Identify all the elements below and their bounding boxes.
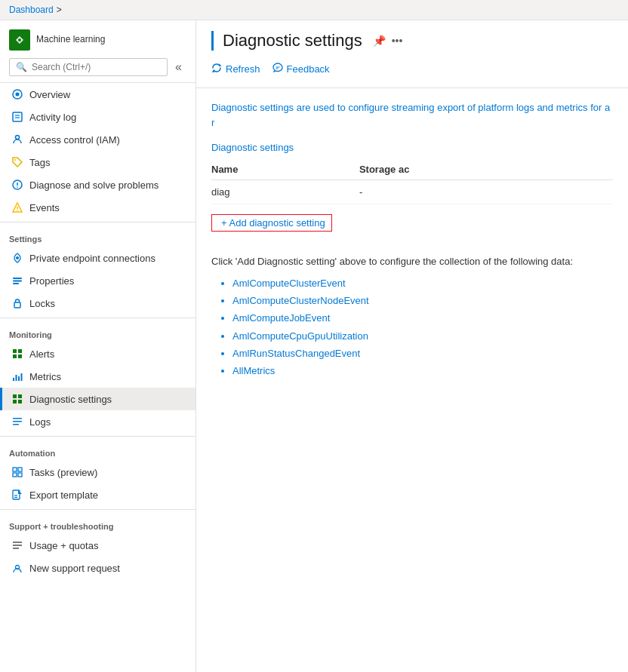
sidebar-item-diagnostic-settings[interactable]: Diagnostic settings xyxy=(0,388,195,410)
title-accent xyxy=(211,31,214,51)
feedback-button[interactable]: Feedback xyxy=(272,63,330,75)
metrics-icon xyxy=(11,370,23,382)
svg-rect-4 xyxy=(13,112,22,121)
search-icon: 🔍 xyxy=(16,62,27,72)
svg-rect-25 xyxy=(16,375,17,381)
breadcrumb-separator: > xyxy=(57,5,62,15)
svg-rect-16 xyxy=(13,278,22,279)
search-input[interactable] xyxy=(32,62,161,72)
add-diagnostic-setting-button[interactable]: + Add diagnostic setting xyxy=(211,214,332,232)
sidebar-item-usage-quotas[interactable]: Usage + quotas xyxy=(0,534,195,557)
svg-rect-26 xyxy=(18,376,20,381)
sidebar-item-tasks[interactable]: Tasks (preview) xyxy=(0,461,195,483)
sidebar-item-new-support[interactable]: New support request xyxy=(0,557,195,579)
row-storage: - xyxy=(359,180,613,204)
section-automation: Automation xyxy=(0,440,195,461)
sidebar-item-activity-log[interactable]: Activity log xyxy=(0,106,195,128)
list-item: AmlComputeJobEvent xyxy=(232,309,613,327)
sidebar-item-export-template[interactable]: Export template xyxy=(0,483,195,506)
tasks-icon xyxy=(11,466,23,478)
diagnostic-table: Name Storage ac diag - xyxy=(211,159,613,204)
sidebar-item-label: Access control (IAM) xyxy=(29,134,120,146)
app-name: Machine learning xyxy=(36,34,105,46)
sidebar-item-alerts[interactable]: Alerts xyxy=(0,342,195,365)
toolbar: Refresh Feedback xyxy=(211,58,613,80)
svg-point-11 xyxy=(17,186,18,188)
page-title: Diagnostic settings xyxy=(223,31,362,51)
list-item: AmlComputeCpuGpuUtilization xyxy=(232,327,613,345)
overview-icon xyxy=(11,88,23,100)
sidebar-item-overview[interactable]: Overview xyxy=(0,83,195,106)
more-options-icon[interactable]: ••• xyxy=(392,35,403,47)
svg-point-15 xyxy=(16,256,19,259)
svg-rect-24 xyxy=(13,378,14,381)
collapse-button[interactable]: « xyxy=(171,59,186,75)
sidebar-item-metrics[interactable]: Metrics xyxy=(0,365,195,388)
private-icon xyxy=(11,252,23,264)
svg-rect-27 xyxy=(21,373,23,381)
list-item: AmlComputeClusterEvent xyxy=(232,275,613,292)
alerts-icon xyxy=(11,348,23,360)
sidebar-item-label: Diagnostic settings xyxy=(29,394,112,405)
svg-rect-30 xyxy=(13,400,17,404)
content-area: Diagnostic settings 📌 ••• Refresh xyxy=(196,20,628,672)
sidebar: Machine learning 🔍 « Overview xyxy=(0,20,196,672)
sidebar-item-events[interactable]: Events xyxy=(0,196,195,219)
sidebar-item-private-endpoint[interactable]: Private endpoint connections xyxy=(0,247,195,269)
pin-icon[interactable]: 📌 xyxy=(373,35,386,47)
hint-text: Click 'Add Diagnostic setting' above to … xyxy=(211,256,613,267)
sidebar-item-diagnose[interactable]: Diagnose and solve problems xyxy=(0,173,195,196)
svg-point-7 xyxy=(16,136,20,140)
svg-rect-20 xyxy=(13,349,17,353)
add-setting-label: + Add diagnostic setting xyxy=(221,217,325,229)
svg-rect-33 xyxy=(13,421,22,422)
row-name: diag xyxy=(211,180,359,204)
breadcrumb-dashboard[interactable]: Dashboard xyxy=(9,5,54,15)
export-icon xyxy=(11,489,23,501)
sidebar-item-label: New support request xyxy=(29,563,120,574)
access-icon xyxy=(11,133,23,146)
svg-rect-32 xyxy=(13,418,22,419)
svg-rect-34 xyxy=(13,424,19,425)
sidebar-logo: Machine learning xyxy=(9,29,186,51)
content-body: Diagnostic settings are used to configur… xyxy=(196,88,628,672)
activity-icon xyxy=(11,111,23,123)
svg-rect-36 xyxy=(18,468,22,471)
logs-icon xyxy=(11,416,23,428)
col-storage: Storage ac xyxy=(359,159,613,180)
properties-icon xyxy=(11,275,23,287)
sidebar-item-label: Properties xyxy=(29,275,74,287)
svg-rect-35 xyxy=(13,468,17,471)
sidebar-item-label: Events xyxy=(29,202,60,213)
events-icon xyxy=(11,201,23,213)
sidebar-item-logs[interactable]: Logs xyxy=(0,410,195,433)
refresh-icon xyxy=(211,63,222,75)
section-support: Support + troubleshooting xyxy=(0,513,195,534)
usage-icon xyxy=(11,539,23,551)
sidebar-item-label: Logs xyxy=(29,416,51,428)
svg-rect-28 xyxy=(13,394,17,398)
sidebar-search-box[interactable]: 🔍 xyxy=(9,58,168,76)
sidebar-nav: Overview Activity log Access control (IA… xyxy=(0,83,195,579)
data-items-list: AmlComputeClusterEvent AmlComputeCluster… xyxy=(211,275,613,380)
app-logo-icon xyxy=(9,29,30,51)
sidebar-item-label: Export template xyxy=(29,489,98,501)
svg-point-8 xyxy=(14,159,16,161)
sidebar-item-access-control[interactable]: Access control (IAM) xyxy=(0,128,195,151)
feedback-label: Feedback xyxy=(287,63,330,75)
refresh-button[interactable]: Refresh xyxy=(211,63,260,75)
refresh-label: Refresh xyxy=(226,63,260,75)
svg-rect-29 xyxy=(18,394,22,398)
sidebar-item-label: Metrics xyxy=(29,371,61,382)
page-title-row: Diagnostic settings 📌 ••• xyxy=(211,31,613,51)
sidebar-item-locks[interactable]: Locks xyxy=(0,292,195,315)
locks-icon xyxy=(11,297,23,309)
sidebar-item-tags[interactable]: Tags xyxy=(0,151,195,173)
diagnose-icon xyxy=(11,179,23,191)
list-item: AllMetrics xyxy=(232,362,613,379)
sidebar-item-properties[interactable]: Properties xyxy=(0,269,195,292)
svg-rect-21 xyxy=(18,349,22,353)
svg-rect-17 xyxy=(13,281,22,282)
section-monitoring: Monitoring xyxy=(0,321,195,342)
svg-rect-37 xyxy=(13,473,17,477)
